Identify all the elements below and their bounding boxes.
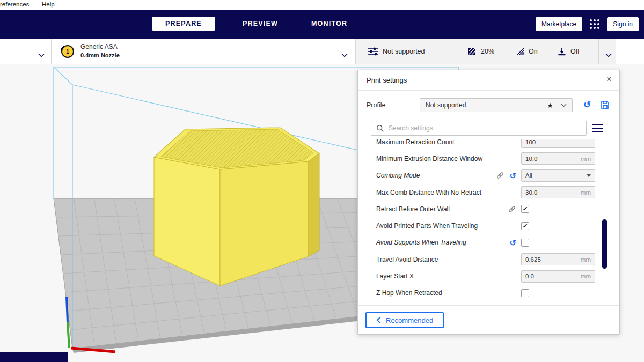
setting-row: Combing Mode↺All — [358, 167, 619, 184]
link-icon — [508, 205, 516, 213]
setting-control: 10.0mm — [521, 152, 595, 165]
chevron-down-icon — [605, 50, 612, 60]
setting-label: Maximum Retraction Count — [376, 139, 454, 146]
profile-label: Profile — [367, 101, 385, 109]
setting-label: Combing Mode — [376, 172, 420, 179]
setting-checkbox[interactable]: ✔ — [521, 222, 529, 230]
extruder-number: 1 — [66, 48, 69, 55]
setting-control — [521, 239, 595, 247]
recommended-button[interactable]: Recommended — [365, 312, 444, 328]
setting-value: 30.0 — [525, 189, 537, 196]
chevron-down-icon — [38, 50, 45, 60]
setting-value: 100 — [525, 139, 536, 145]
chevron-down-icon — [341, 50, 348, 60]
setting-checkbox[interactable]: ✔ — [521, 205, 529, 213]
marketplace-button[interactable]: Marketplace — [536, 17, 582, 31]
setting-row: Travel Avoid Distance0.625mm — [358, 251, 619, 268]
cura-window: references Help PREPARE PREVIEW MONITOR … — [0, 0, 644, 362]
printer-selector[interactable] — [0, 39, 52, 64]
summary-adhesion: Off — [570, 48, 579, 55]
profile-dropdown[interactable]: Not supported ★ — [420, 98, 573, 112]
chevron-left-icon — [376, 316, 381, 324]
setting-control: ✔ — [521, 205, 595, 213]
setting-control — [521, 289, 595, 297]
setting-row: Z Hop When Retracted — [358, 285, 619, 301]
divider — [598, 39, 599, 64]
reset-setting-icon[interactable]: ↺ — [509, 239, 516, 247]
setting-value: 0.0 — [525, 273, 534, 279]
panel-footer: Recommended — [358, 305, 619, 334]
close-icon[interactable]: × — [606, 75, 612, 84]
object-list-button[interactable] — [0, 352, 68, 362]
applications-grid-icon[interactable] — [590, 19, 599, 29]
setting-value-field[interactable]: 100 — [521, 139, 595, 148]
setting-label: Retract Before Outer Wall — [376, 205, 450, 213]
configuration-bar: 1 Generic ASA 0.4mm Nozzle Not supported… — [0, 39, 644, 64]
setting-value-field[interactable]: 0.625mm — [521, 253, 595, 265]
menu-bar: references Help — [0, 0, 644, 10]
support-icon — [516, 47, 524, 58]
material-selector[interactable]: 1 Generic ASA 0.4mm Nozzle — [52, 39, 355, 64]
search-row — [358, 121, 619, 136]
tab-prepare[interactable]: PREPARE — [152, 17, 215, 31]
menu-help[interactable]: Help — [42, 1, 55, 8]
star-icon: ★ — [547, 101, 553, 109]
setting-value: 10.0 — [525, 156, 537, 162]
setting-row: Retract Before Outer Wall✔ — [358, 201, 619, 217]
setting-select[interactable]: All — [521, 169, 595, 182]
tab-preview[interactable]: PREVIEW — [237, 17, 283, 31]
setting-label: Avoid Printed Parts When Traveling — [376, 222, 478, 230]
setting-value-field[interactable]: 30.0mm — [521, 186, 595, 198]
reset-profile-icon[interactable]: ↺ — [583, 100, 591, 109]
reset-setting-icon[interactable]: ↺ — [509, 172, 516, 180]
summary-profile: Not supported — [383, 48, 425, 55]
setting-checkbox[interactable] — [521, 239, 529, 247]
settings-list: Maximum Retraction Count100Minimum Extru… — [358, 139, 619, 305]
setting-value-field[interactable]: 10.0mm — [521, 152, 595, 165]
print-settings-summary[interactable]: Not supported 20% On Off — [355, 39, 616, 64]
tune-sliders-icon — [368, 47, 378, 58]
link-icon — [496, 171, 504, 180]
setting-control: 0.625mm — [521, 253, 595, 265]
infill-icon — [467, 47, 476, 58]
material-name: Generic ASA — [80, 43, 120, 51]
tab-monitor[interactable]: MONITOR — [306, 17, 353, 31]
setting-value: 0.625 — [525, 256, 541, 263]
nozzle-size: 0.4mm Nozzle — [80, 51, 120, 59]
setting-control: ✔ — [521, 222, 595, 230]
search-input[interactable] — [389, 124, 581, 132]
setting-unit: mm — [581, 189, 591, 196]
chevron-down-icon — [561, 104, 567, 107]
setting-control: 0.0mm — [521, 270, 595, 283]
setting-control: 100 — [521, 139, 595, 148]
header-right-group: Marketplace Sign in — [536, 10, 639, 39]
search-icon — [376, 124, 384, 132]
setting-row: Minimum Extrusion Distance Window10.0mm — [358, 150, 619, 167]
profile-row: Profile Not supported ★ ↺ — [358, 98, 619, 112]
setting-control: All — [521, 169, 595, 182]
adhesion-icon — [558, 47, 566, 58]
scrollbar-thumb[interactable] — [602, 219, 607, 269]
chevron-down-icon — [587, 174, 591, 177]
print-settings-panel: Print settings × Profile Not supported ★… — [357, 70, 620, 335]
setting-value-field[interactable]: 0.0mm — [521, 270, 595, 283]
settings-menu-icon[interactable] — [592, 124, 603, 132]
setting-row: Avoid Printed Parts When Traveling✔ — [358, 217, 619, 234]
setting-label: Travel Avoid Distance — [376, 256, 438, 263]
setting-label: Max Comb Distance With No Retract — [376, 189, 481, 196]
setting-label: Layer Start X — [376, 272, 414, 280]
setting-unit: mm — [581, 156, 591, 162]
sign-in-button[interactable]: Sign in — [607, 17, 639, 31]
save-profile-icon[interactable] — [601, 100, 610, 112]
profile-value: Not supported — [426, 101, 547, 109]
panel-title: Print settings — [367, 76, 407, 84]
material-info: Generic ASA 0.4mm Nozzle — [80, 43, 120, 59]
main-header: PREPARE PREVIEW MONITOR Marketplace Sign… — [0, 10, 644, 39]
setting-row: Avoid Supports When Traveling↺ — [358, 234, 619, 251]
search-box[interactable] — [371, 121, 587, 136]
setting-checkbox[interactable] — [521, 289, 529, 297]
setting-control: 30.0mm — [521, 186, 595, 198]
menu-preferences[interactable]: references — [0, 1, 29, 8]
extruder-1-icon: 1 — [61, 45, 74, 58]
setting-row: Maximum Retraction Count100 — [358, 139, 619, 150]
